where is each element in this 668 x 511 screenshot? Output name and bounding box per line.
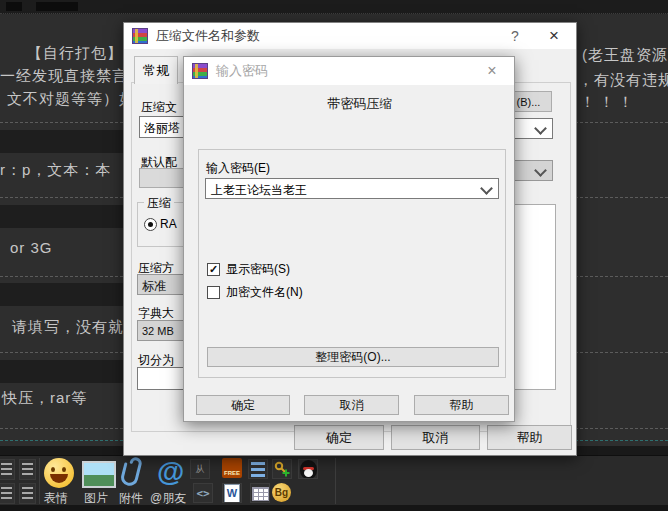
format-radio-rar[interactable]: RA [144, 217, 177, 231]
password-dialog-titlebar[interactable]: 输入密码 × [184, 57, 514, 85]
bg-coin-icon: Bg [272, 483, 291, 502]
table-icon [252, 487, 269, 501]
archive-dialog-titlebar[interactable]: 压缩文件名和参数 ? × [124, 23, 576, 49]
close-icon[interactable]: × [532, 23, 576, 49]
encrypt-names-checkbox[interactable]: 加密文件名(N) [207, 284, 303, 301]
bg-post-line: 文不对题等等）如 [7, 90, 135, 109]
toolbar-partial-button[interactable] [19, 483, 36, 504]
chevron-down-icon [534, 122, 547, 135]
dictionary-combo[interactable]: 32 MB [137, 320, 186, 341]
bg-right-line: (老王盘资源 [582, 46, 668, 65]
winrar-icon [192, 63, 208, 79]
paperclip-icon [120, 457, 146, 488]
bg-post-line: 快压，rar等 [2, 389, 87, 408]
chevron-down-icon [534, 164, 547, 177]
background-top-strip [0, 0, 668, 14]
top-block [36, 2, 78, 11]
toolbar-partial-button[interactable] [0, 483, 15, 504]
bg-post-line: 请填写，没有就填 [12, 318, 140, 337]
bg-post-line: 一经发现直接禁言 [0, 67, 128, 86]
help-button[interactable]: 帮助 [414, 395, 509, 415]
checkbox-checked-icon: ✓ [207, 263, 220, 276]
background-bottom-strip [0, 505, 668, 511]
split-input[interactable] [137, 367, 186, 390]
format-groupbox: 压缩 RA [137, 202, 186, 247]
show-password-checkbox[interactable]: ✓ 显示密码(S) [207, 261, 290, 278]
text-lines-icon [22, 463, 33, 476]
winrar-icon [132, 28, 148, 44]
bg-post-line: or 3G [10, 239, 53, 256]
password-content-button[interactable] [272, 459, 292, 479]
key-add-icon [273, 460, 291, 478]
hidden-text-button[interactable]: 从 [190, 459, 210, 479]
word-doc-button[interactable]: W [222, 483, 242, 503]
top-block [6, 2, 22, 11]
archive-name-input[interactable]: 洛丽塔 [139, 116, 186, 138]
bg-post-line: r：p，文本：本 [0, 161, 111, 180]
cancel-button[interactable]: 取消 [304, 395, 399, 415]
quote-list-button[interactable] [248, 459, 268, 479]
method-combo[interactable]: 标准 [137, 274, 186, 295]
text-lines-icon [1, 463, 12, 476]
close-icon[interactable]: × [470, 57, 514, 85]
format-radio-label: RA [160, 217, 177, 231]
toolbar-separator [39, 458, 40, 504]
bg-right-line: ，有没有违规 [578, 71, 668, 90]
password-combo-input[interactable]: 上老王论坛当老王 [205, 178, 499, 199]
table-button[interactable] [250, 483, 270, 503]
qq-icon [300, 460, 317, 479]
toolbar-partial-button[interactable] [19, 459, 36, 480]
format-group-caption: 压缩 [144, 195, 174, 212]
editor-toolbar: 表情 图片 附件 @ @朋友 从 FREE [0, 455, 668, 506]
hidden-text-icon: 从 [191, 460, 209, 479]
word-doc-icon: W [224, 484, 240, 503]
emoji-icon [44, 458, 74, 488]
bg-right-line: ！！！ [580, 93, 637, 112]
free-icon: FREE [222, 458, 242, 478]
ok-button[interactable]: 确定 [294, 425, 384, 450]
text-lines-icon [22, 487, 33, 500]
attachment-button[interactable] [120, 457, 146, 492]
archive-dialog-title: 压缩文件名和参数 [156, 27, 260, 45]
quote-list-icon [251, 462, 265, 477]
picture-icon [82, 461, 116, 488]
background-color-button[interactable]: Bg [272, 483, 291, 502]
toolbar-separator [335, 458, 336, 504]
password-dialog: 输入密码 × 带密码压缩 输入密码(E) 上老王论坛当老王 ✓ 显示密码(S) … [183, 56, 515, 422]
tab-general[interactable]: 常规 [134, 56, 178, 84]
organize-passwords-button[interactable]: 整理密码(O)... [207, 347, 499, 367]
encrypt-names-label: 加密文件名(N) [226, 284, 303, 301]
cancel-button[interactable]: 取消 [391, 425, 480, 450]
toolbar-partial-button[interactable] [0, 459, 15, 480]
help-icon[interactable]: ? [498, 23, 532, 49]
at-icon: @ [157, 456, 184, 487]
ok-button[interactable]: 确定 [196, 395, 290, 415]
qq-share-button[interactable] [298, 459, 318, 479]
password-input-label: 输入密码(E) [206, 160, 270, 177]
archive-name-label: 压缩文 [141, 99, 177, 116]
screen: 【自行打包】是 一经发现直接禁言 文不对题等等）如 r：p，文本：本 or 3G… [0, 0, 668, 511]
code-icon: <> [194, 484, 212, 503]
radio-selected-icon [144, 218, 157, 231]
password-heading: 带密码压缩 [184, 95, 514, 113]
text-lines-icon [1, 487, 12, 500]
emoji-button[interactable] [44, 458, 74, 488]
show-password-label: 显示密码(S) [226, 261, 290, 278]
profile-button[interactable] [139, 168, 186, 188]
help-button[interactable]: 帮助 [487, 425, 572, 450]
password-dialog-title: 输入密码 [216, 62, 268, 80]
image-button[interactable] [82, 461, 116, 488]
checkbox-unchecked-icon [207, 286, 220, 299]
code-button[interactable]: <> [193, 483, 213, 503]
free-content-button[interactable]: FREE [222, 458, 242, 478]
options-listbox[interactable] [513, 204, 556, 390]
at-friend-button[interactable]: @ [157, 457, 184, 487]
